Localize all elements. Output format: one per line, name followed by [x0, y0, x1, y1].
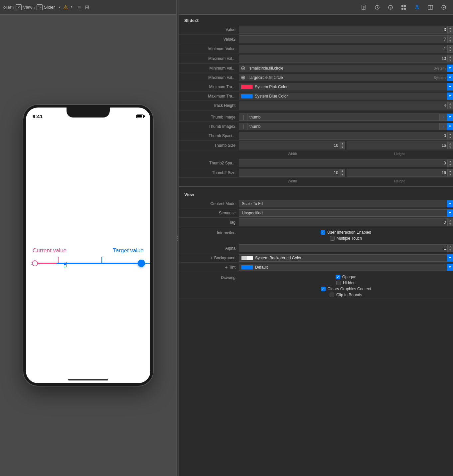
thumb-img-go-btn[interactable]: ›	[440, 114, 447, 121]
background-plus[interactable]: +	[210, 255, 213, 261]
value2-stepper-up[interactable]: ▲	[448, 36, 453, 39]
svg-rect-10	[404, 5, 406, 7]
tag-stepper: ▲ ▼	[447, 219, 453, 226]
value2-stepper-down[interactable]: ▼	[448, 39, 453, 43]
thumb-size-height-input[interactable]	[347, 142, 447, 149]
clears-graphics-label: Clears Graphics Context	[328, 287, 371, 291]
inspector-toggle-icon[interactable]: ⊞	[85, 4, 89, 10]
value-input[interactable]: 3	[239, 26, 447, 33]
thumb-img2-text[interactable]: thumb	[247, 123, 440, 130]
thumb2-size-width-down[interactable]: ▼	[340, 173, 345, 176]
thumb-size-width-down[interactable]: ▼	[340, 145, 345, 149]
thumb-size-height-stepper: ▲ ▼	[447, 142, 453, 149]
clock-tool-icon[interactable]	[373, 3, 381, 11]
value2-num-container: ▲ ▼	[239, 35, 453, 43]
thumb2-size-sublabels: Width Height	[239, 179, 453, 183]
anchor-tool-icon[interactable]	[413, 3, 421, 11]
min-track-dropdown[interactable]: ▼	[447, 83, 453, 91]
thumb-size-height-container: ▲ ▼	[347, 141, 453, 149]
min-value-input[interactable]	[239, 45, 447, 53]
thumb-spacing-stepper-down[interactable]: ▼	[448, 136, 453, 139]
thumb2-spacing-stepper-down[interactable]: ▼	[448, 163, 453, 167]
thumb2-size-height-down[interactable]: ▼	[448, 173, 453, 176]
book-tool-icon[interactable]	[426, 3, 434, 11]
user-interaction-label: User Interaction Enabled	[327, 230, 371, 235]
thumb-spacing-input[interactable]	[239, 132, 447, 139]
min-value-stepper-down[interactable]: ▼	[448, 49, 453, 53]
semantic-dropdown[interactable]: ▼	[447, 209, 453, 217]
min-value-stepper-up[interactable]: ▲	[448, 45, 453, 49]
track-height-stepper-up[interactable]: ▲	[448, 102, 453, 106]
alpha-stepper-up[interactable]: ▲	[448, 245, 453, 248]
current-value-label: Current value	[33, 247, 67, 254]
opaque-checkbox[interactable]	[336, 275, 340, 279]
thumb-size-height-up[interactable]: ▲	[448, 142, 453, 145]
alpha-field: ▲ ▼	[239, 244, 453, 252]
panel-divider[interactable]	[176, 0, 179, 476]
thumb-size-fields: ▲ ▼ ▲ ▼	[239, 141, 453, 149]
max-val-img-label: Maximum Val...	[179, 75, 239, 80]
thumb2-size-height-input[interactable]	[347, 169, 447, 176]
tint-color-btn[interactable]: Default	[239, 264, 447, 271]
value-stepper-up[interactable]: ▲	[448, 26, 453, 30]
thumb-size-label: Thumb Size	[179, 143, 239, 148]
hidden-checkbox[interactable]	[336, 281, 341, 285]
max-val-dropdown-arrow[interactable]: ▼	[447, 74, 453, 81]
clears-graphics-checkbox[interactable]	[321, 287, 326, 291]
help-tool-icon[interactable]: ?	[386, 3, 394, 11]
max-value-input[interactable]	[239, 55, 447, 62]
background-color-btn[interactable]: System Background Color	[239, 254, 447, 262]
nav-forward[interactable]: ›	[71, 4, 72, 10]
thumb2-spacing-label: Thumb2 Spa...	[179, 161, 239, 165]
thumb2-size-width-up[interactable]: ▲	[340, 169, 345, 173]
thumb2-spacing-input[interactable]	[239, 159, 447, 167]
slider-track[interactable]	[33, 263, 144, 264]
min-value-row: Minimum Value ▲ ▼	[179, 44, 453, 54]
nav-back[interactable]: ‹	[59, 4, 61, 10]
min-val-dropdown-arrow[interactable]: ▼	[447, 65, 453, 72]
thumb-size-width-input[interactable]	[239, 142, 340, 149]
user-interaction-checkbox[interactable]	[321, 230, 325, 235]
tag-stepper-up[interactable]: ▲	[448, 219, 453, 222]
clip-bounds-checkbox[interactable]	[330, 293, 334, 297]
thumb-spacing-stepper-up[interactable]: ▲	[448, 132, 453, 136]
thumb-img2-go-btn[interactable]: ›	[440, 123, 447, 130]
alpha-stepper-down[interactable]: ▼	[448, 248, 453, 252]
thumb-img-text[interactable]: thumb	[247, 114, 440, 121]
file-tool-icon[interactable]	[360, 3, 368, 11]
thumb-size-height-down[interactable]: ▼	[448, 145, 453, 149]
thumb-img-dropdown[interactable]: ▼	[447, 114, 453, 121]
tag-input[interactable]	[239, 219, 447, 226]
background-dropdown[interactable]: ▼	[447, 254, 453, 262]
left-cursor	[58, 257, 59, 263]
multiple-touch-checkbox[interactable]	[330, 236, 335, 241]
max-track-dropdown[interactable]: ▼	[447, 93, 453, 100]
slider-thumb-left[interactable]	[32, 260, 38, 266]
tint-dropdown[interactable]: ▼	[447, 264, 453, 271]
tag-stepper-down[interactable]: ▼	[448, 222, 453, 226]
max-value-stepper-down[interactable]: ▼	[448, 59, 453, 62]
track-height-stepper-down[interactable]: ▼	[448, 106, 453, 109]
max-track-color-btn[interactable]: System Blue Color	[239, 93, 447, 100]
thumb2-spacing-stepper-up[interactable]: ▲	[448, 159, 453, 163]
thumb2-size-height-up[interactable]: ▲	[448, 169, 453, 173]
min-track-color-btn[interactable]: System Pink Color	[239, 83, 447, 91]
thumb-img2-dropdown[interactable]: ▼	[447, 123, 453, 130]
min-track-row: Minimum Tra... System Pink Color ▼	[179, 82, 453, 92]
hamburger-icon[interactable]: ≡	[78, 4, 81, 10]
max-value-stepper-up[interactable]: ▲	[448, 55, 453, 59]
value-stepper-down[interactable]: ▼	[448, 30, 453, 33]
value2-input[interactable]	[239, 36, 447, 43]
max-val-img-text: largecircle.fill.circle	[247, 74, 432, 81]
thumb-size-width-up[interactable]: ▲	[340, 142, 345, 145]
thumb2-size-width-input[interactable]	[239, 169, 340, 176]
tint-plus[interactable]: +	[225, 265, 227, 270]
min-val-system-label: System	[432, 65, 447, 72]
semantic-field: Unspecified ▼	[239, 209, 453, 217]
max-track-label: Maximum Tra...	[179, 94, 239, 99]
grid-tool-icon[interactable]	[400, 3, 408, 11]
forward-tool-icon[interactable]	[440, 3, 448, 11]
track-height-input[interactable]	[239, 102, 447, 109]
alpha-input[interactable]	[239, 245, 447, 252]
content-mode-dropdown[interactable]: ▼	[447, 200, 453, 207]
